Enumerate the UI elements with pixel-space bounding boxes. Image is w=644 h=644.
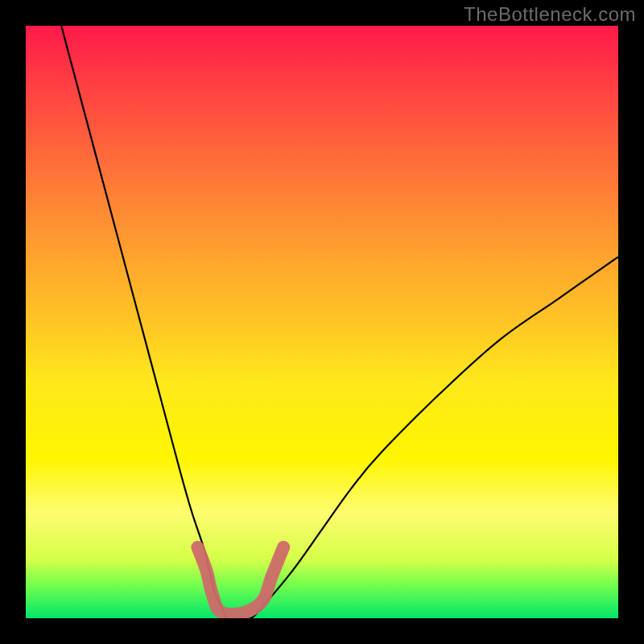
chart-frame: TheBottleneck.com (0, 0, 644, 644)
curve-path (61, 26, 618, 618)
optimal-zone-marker (197, 547, 283, 614)
bottleneck-curve (61, 26, 618, 618)
plot-area (26, 26, 618, 618)
chart-svg (26, 26, 618, 618)
marker-path (197, 547, 283, 614)
watermark-text: TheBottleneck.com (464, 3, 636, 26)
